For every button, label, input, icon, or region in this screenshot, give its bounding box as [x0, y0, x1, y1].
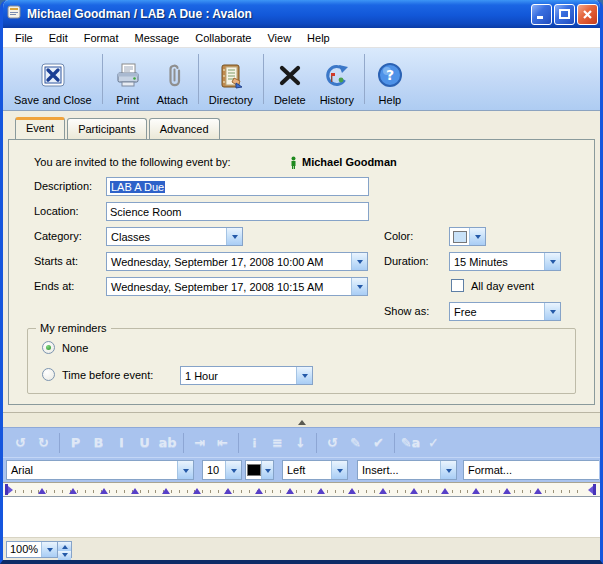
print-button[interactable]: Print [106, 50, 150, 108]
font-color-select[interactable] [245, 460, 274, 480]
tab-participants[interactable]: Participants [67, 118, 146, 139]
help-button[interactable]: ? Help [368, 50, 412, 108]
tab-stop-marker[interactable] [348, 488, 356, 494]
tab-stop-marker[interactable] [503, 488, 511, 494]
event-tab-panel: You are invited to the following event b… [8, 139, 595, 405]
pencil-icon[interactable]: ✎ [344, 435, 367, 450]
ends-at-select[interactable]: Wednesday, September 17, 2008 10:15 AM [106, 277, 368, 296]
color-swatch [453, 231, 467, 243]
reminder-none-radio[interactable] [42, 341, 55, 354]
tab-advanced[interactable]: Advanced [149, 118, 220, 139]
italic-icon[interactable]: I [110, 435, 133, 450]
tab-stop-marker[interactable] [224, 488, 232, 494]
toolbar-separator [364, 54, 365, 104]
directory-button[interactable]: Directory [202, 50, 260, 108]
spin-down-icon[interactable] [58, 551, 71, 560]
paragraph-icon[interactable]: P [64, 435, 87, 450]
tab-stop-marker[interactable] [193, 488, 201, 494]
tab-stop-marker[interactable] [69, 488, 77, 494]
show-as-select[interactable]: Free [449, 302, 561, 321]
font-family-select[interactable]: Arial [6, 460, 194, 480]
right-indent-marker[interactable] [588, 484, 596, 495]
tab-stop-marker[interactable] [100, 488, 108, 494]
alignment-select[interactable]: Left [282, 460, 348, 480]
toolbar-separator [59, 433, 60, 453]
organizer-icon [289, 155, 298, 173]
tab-stop-marker[interactable] [162, 488, 170, 494]
attach-icon [157, 58, 187, 94]
duration-select[interactable]: 15 Minutes [449, 252, 561, 271]
menu-help[interactable]: Help [299, 30, 338, 46]
spin-up-icon[interactable] [58, 542, 71, 551]
reminder-time-select[interactable]: 1 Hour [180, 366, 313, 385]
chevron-down-icon [177, 461, 193, 479]
menu-message[interactable]: Message [127, 30, 188, 46]
tab-stop-marker[interactable] [441, 488, 449, 494]
tab-stop-marker[interactable] [379, 488, 387, 494]
location-input[interactable]: Science Room [106, 202, 369, 221]
strikethrough-icon[interactable]: ab [156, 435, 179, 450]
outdent-icon[interactable]: ⇤ [211, 435, 234, 450]
splitter-collapse-icon [298, 420, 306, 425]
show-as-label: Show as: [384, 305, 429, 317]
line-spacing-icon[interactable]: ≡ [266, 435, 289, 450]
menu-file[interactable]: File [7, 30, 41, 46]
tab-stop-marker[interactable] [317, 488, 325, 494]
reminder-none-label: None [62, 342, 88, 354]
ruler[interactable] [3, 482, 600, 497]
color-label: Color: [384, 230, 413, 242]
chevron-down-icon [469, 228, 485, 245]
move-down-icon[interactable]: ↓ [289, 435, 312, 450]
edit-styles-icon[interactable]: ✎a [399, 435, 422, 450]
description-input[interactable]: LAB A Due [106, 177, 369, 196]
left-indent-marker[interactable] [5, 484, 13, 495]
tab-stop-marker[interactable] [38, 488, 46, 494]
toolbar-separator [198, 54, 199, 104]
history-button[interactable]: History [313, 50, 361, 108]
maximize-button[interactable] [554, 4, 575, 25]
close-button[interactable] [577, 4, 598, 25]
zoom-spinner[interactable] [58, 541, 72, 558]
save-and-close-button[interactable]: Save and Close [7, 50, 99, 108]
tab-stop-marker[interactable] [410, 488, 418, 494]
attach-button[interactable]: Attach [150, 50, 195, 108]
tab-event[interactable]: Event [15, 117, 65, 139]
tab-stop-icon[interactable]: ⁞ [243, 435, 266, 450]
redo-icon[interactable]: ↻ [32, 435, 55, 450]
undo-icon[interactable]: ↺ [9, 435, 32, 450]
event-form-area: Event Participants Advanced You are invi… [3, 111, 600, 412]
all-day-checkbox[interactable] [451, 279, 464, 292]
format-select[interactable]: Format... [463, 460, 599, 480]
menu-view[interactable]: View [259, 30, 299, 46]
font-size-select[interactable]: 10 [202, 460, 242, 480]
delete-button[interactable]: Delete [267, 50, 313, 108]
menu-edit[interactable]: Edit [41, 30, 76, 46]
pane-splitter[interactable] [3, 412, 600, 427]
accept-edit-icon[interactable]: ✔ [367, 435, 390, 450]
tab-stop-marker[interactable] [286, 488, 294, 494]
tab-stop-marker[interactable] [472, 488, 480, 494]
message-body[interactable] [3, 497, 600, 537]
tab-stop-marker[interactable] [255, 488, 263, 494]
color-select[interactable] [449, 227, 486, 246]
toolbar-separator [102, 54, 103, 104]
menu-format[interactable]: Format [76, 30, 127, 46]
underline-icon[interactable]: U [133, 435, 156, 450]
spell-check-icon[interactable]: ✓ [422, 435, 445, 450]
tab-stop-marker[interactable] [534, 488, 542, 494]
tab-stop-marker[interactable] [131, 488, 139, 494]
zoom-control[interactable]: 100% [6, 541, 72, 558]
chevron-down-icon [351, 253, 367, 270]
indent-icon[interactable]: ⇥ [188, 435, 211, 450]
rotate-icon[interactable]: ↺ [321, 435, 344, 450]
main-toolbar: Save and Close Print [3, 48, 600, 111]
bold-icon[interactable]: B [87, 435, 110, 450]
insert-select[interactable]: Insert... [357, 460, 457, 480]
category-select[interactable]: Classes [106, 227, 243, 246]
menu-collaborate[interactable]: Collaborate [187, 30, 259, 46]
chevron-down-icon [225, 461, 241, 479]
reminder-time-radio[interactable] [42, 368, 55, 381]
starts-at-select[interactable]: Wednesday, September 17, 2008 10:00 AM [106, 252, 368, 271]
minimize-button[interactable] [531, 4, 552, 25]
all-day-label: All day event [471, 280, 534, 292]
